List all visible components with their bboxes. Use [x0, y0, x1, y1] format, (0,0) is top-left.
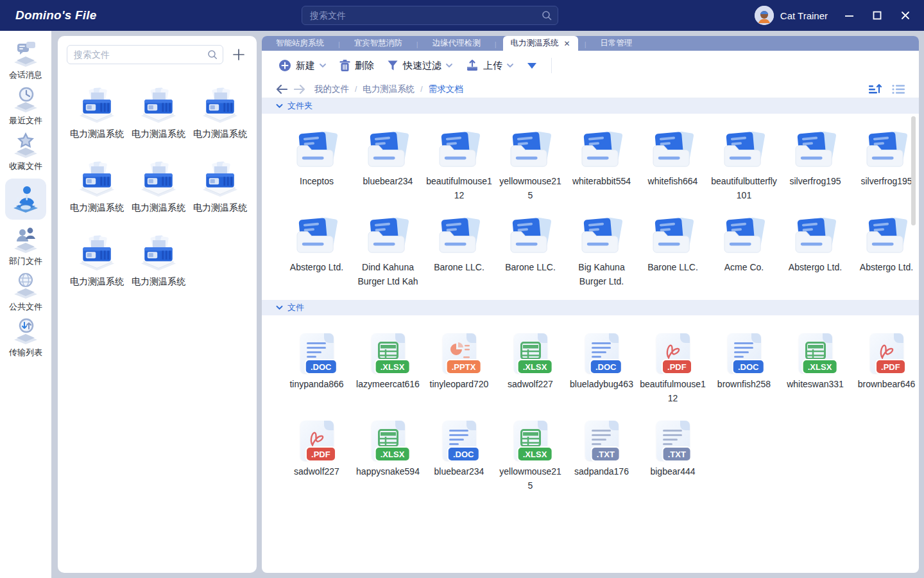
list-view-icon[interactable]: [892, 84, 905, 94]
folder-item[interactable]: silverfrog195: [780, 130, 851, 202]
file-item[interactable]: .XLSX happysnake594: [352, 419, 424, 493]
sidebar-item-recent[interactable]: 最近文件: [1, 85, 50, 127]
file-item[interactable]: .TXT bigbear444: [637, 419, 708, 493]
folder-icon: [293, 130, 341, 170]
quick-folder-item[interactable]: 电力测温系统: [66, 235, 128, 288]
folder-item[interactable]: Inceptos: [281, 130, 352, 202]
folder-item[interactable]: Dind Kahuna Burger Ltd Kah: [352, 216, 424, 288]
folder-item[interactable]: Abstergo Ltd.: [851, 216, 919, 288]
tab[interactable]: 边缘代理检测 ✕: [425, 36, 503, 51]
sidebar-item-selected[interactable]: [5, 179, 46, 220]
quick-folder-item[interactable]: 电力测温系统: [128, 235, 189, 288]
quick-folder-item[interactable]: 电力测温系统: [189, 161, 251, 215]
section-folders[interactable]: 文件夹: [262, 98, 919, 114]
section-folders-label: 文件夹: [287, 100, 312, 112]
file-browser: 文件夹 Inceptos: [262, 98, 919, 573]
folder-item[interactable]: bluebear234: [352, 130, 424, 202]
file-name: lazymeercat616: [355, 377, 422, 391]
team-icon: [12, 226, 40, 254]
file-item[interactable]: .XLSX sadwolf227: [495, 332, 566, 405]
folder-icon: [863, 130, 911, 170]
folder-item[interactable]: silverfrog195: [851, 130, 919, 202]
file-name: beautifulmouse112: [640, 377, 706, 405]
file-name: bigbear444: [640, 464, 706, 478]
folder-item[interactable]: whiterabbit554: [566, 130, 637, 202]
tab[interactable]: 日常管理 ✕: [593, 36, 640, 51]
quick-folder-panel: 电力测温系统 电力测温系统: [58, 36, 257, 573]
user-menu[interactable]: Cat Trainer: [755, 6, 828, 25]
minimize-button[interactable]: [842, 8, 856, 22]
quick-folder-item[interactable]: 电力测温系统: [128, 87, 189, 141]
file-grid: .DOC tinypanda866: [262, 315, 919, 504]
section-files[interactable]: 文件: [262, 300, 919, 315]
tab[interactable]: 智能站房系统 ✕: [268, 36, 346, 51]
file-item[interactable]: .DOC bluebear234: [424, 419, 495, 493]
file-item[interactable]: .XLSX whiteswan331: [780, 332, 851, 405]
panel-search-input[interactable]: [67, 45, 223, 64]
file-icon: .DOC: [443, 421, 476, 460]
file-item[interactable]: .PPTX tinyleopard720: [424, 332, 495, 405]
folder-item[interactable]: Barone LLC.: [424, 216, 495, 288]
add-button[interactable]: [230, 46, 248, 64]
sidebar-item-messages[interactable]: 会话消息: [1, 40, 50, 81]
folder-item[interactable]: Big Kahuna Burger Ltd.: [566, 216, 637, 288]
folder-name: Abstergo Ltd.: [284, 260, 350, 274]
file-item[interactable]: .DOC blueladybug463: [566, 332, 637, 405]
folder-name: Barone LLC.: [426, 260, 493, 274]
maximize-button[interactable]: [870, 8, 884, 22]
tab[interactable]: 宜宾智慧消防 ✕: [346, 36, 425, 51]
sidebar-item-favorites[interactable]: 收藏文件: [1, 131, 50, 172]
folder-name: bluebear234: [355, 174, 422, 188]
breadcrumb-item[interactable]: 电力测温系统: [363, 83, 428, 95]
new-button[interactable]: 新建: [275, 57, 330, 74]
file-type-badge: .XLSX: [375, 446, 411, 462]
sidebar-item-transfers[interactable]: 传输列表: [1, 317, 50, 358]
file-icon: .XLSX: [372, 421, 405, 460]
scrollbar-thumb[interactable]: [911, 116, 916, 225]
folder-item[interactable]: whitefish664: [637, 130, 708, 202]
close-button[interactable]: [898, 8, 912, 22]
breadcrumb-item[interactable]: 我的文件: [314, 83, 363, 95]
sidebar-item-public[interactable]: 公共文件: [1, 272, 50, 313]
folder-name: beautifulbutterfly101: [711, 174, 778, 202]
back-arrow-icon[interactable]: [276, 85, 287, 94]
chevron-down-icon: [319, 63, 327, 68]
upload-button[interactable]: 上传: [462, 57, 518, 74]
quick-filter-button[interactable]: 快速过滤: [383, 57, 457, 74]
folder-item[interactable]: Acme Co.: [708, 216, 780, 288]
folder-item[interactable]: beautifulmouse112: [424, 130, 495, 202]
file-item[interactable]: .PDF beautifulmouse112: [637, 332, 708, 405]
quick-folder-item[interactable]: 电力测温系统: [66, 161, 128, 215]
tab[interactable]: 电力测温系统 ✕: [503, 36, 593, 51]
quick-folder-item[interactable]: 电力测温系统: [66, 87, 128, 141]
sort-icon[interactable]: [869, 83, 882, 94]
spreadsheet-glyph: [520, 342, 541, 360]
file-item[interactable]: .TXT sadpanda176: [566, 419, 637, 493]
quick-folder-item[interactable]: 电力测温系统: [128, 161, 189, 215]
quick-folder-item[interactable]: 电力测温系统: [189, 87, 251, 141]
folder-item[interactable]: Abstergo Ltd.: [281, 216, 352, 288]
file-item[interactable]: .DOC brownfish258: [708, 332, 780, 405]
forward-arrow-icon[interactable]: [294, 85, 305, 94]
folder-item[interactable]: Abstergo Ltd.: [780, 216, 851, 288]
folder-item[interactable]: Barone LLC.: [637, 216, 708, 288]
global-search-input[interactable]: [302, 6, 558, 25]
file-type-badge: .DOC: [590, 359, 622, 374]
folder-item[interactable]: beautifulbutterfly101: [708, 130, 780, 202]
file-item[interactable]: .PDF brownbear646: [851, 332, 919, 405]
file-item[interactable]: .XLSX yellowmouse215: [495, 419, 566, 493]
file-item[interactable]: .PDF sadwolf227: [281, 419, 352, 493]
file-item[interactable]: .DOC tinypanda866: [281, 332, 352, 405]
breadcrumb-item[interactable]: 需求文档: [429, 83, 463, 95]
spreadsheet-glyph: [378, 342, 398, 360]
file-icon: .DOC: [728, 333, 761, 373]
delete-button[interactable]: 删除: [336, 57, 378, 74]
folder-item[interactable]: yellowmouse215: [495, 130, 566, 202]
file-item[interactable]: .XLSX lazymeercat616: [352, 332, 424, 405]
sidebar-item-department[interactable]: 部门文件: [1, 226, 50, 267]
folder-grid: Inceptos bluebear234: [262, 114, 919, 300]
delete-button-label: 删除: [355, 60, 374, 72]
tab-close-icon[interactable]: ✕: [564, 39, 570, 48]
more-actions-button[interactable]: [523, 60, 541, 72]
folder-item[interactable]: Barone LLC.: [495, 216, 566, 288]
